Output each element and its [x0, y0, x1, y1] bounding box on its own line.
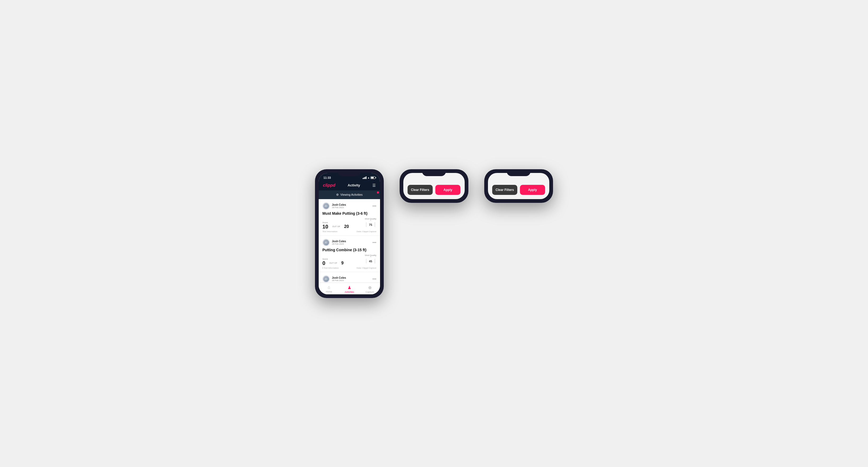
avatar-1: JC: [322, 202, 330, 210]
activities-label: Activities: [345, 291, 354, 293]
home-label: Home: [326, 290, 332, 293]
capture-label: Capture: [366, 291, 374, 293]
sheet-footer-2: Clear Filters Apply: [408, 185, 460, 195]
item-footer-1: Test Information Data: Clippd Capture: [322, 230, 376, 233]
capture-icon: ⊕: [368, 285, 372, 290]
app-logo: clippd: [323, 183, 335, 188]
apply-btn-2[interactable]: Apply: [435, 185, 460, 195]
user-date-3: 28 Feb 2023: [332, 279, 346, 282]
shot-quality-1: Shot Quality 75: [365, 218, 376, 229]
nav-home[interactable]: ⌂ Home: [319, 285, 339, 293]
stats-1: 10 OUT OF 20: [322, 224, 349, 229]
clear-filters-btn-2[interactable]: Clear Filters: [408, 185, 433, 195]
score-value-1: 10: [322, 224, 328, 229]
battery-icon: [371, 176, 375, 179]
data-label-2: Data: Clippd Capture: [356, 267, 376, 269]
info-label-2: ℹ Test Information: [322, 267, 339, 269]
user-row-2: JC Josh Coles 28 Feb 2023 •••: [322, 239, 376, 246]
more-options-3[interactable]: •••: [372, 277, 376, 281]
activity-item-2: JC Josh Coles 28 Feb 2023 ••• Putting Co…: [319, 236, 380, 272]
phone-2: 11:33 ▲ clippd Activity ☰: [400, 169, 468, 203]
user-name-1: Josh Coles: [332, 204, 346, 206]
item-footer-2: ℹ Test Information Data: Clippd Capture: [322, 267, 376, 269]
avatar-3: JC: [322, 275, 330, 283]
user-info-2: JC Josh Coles 28 Feb 2023: [322, 239, 346, 246]
wifi-icon: ▲: [367, 176, 370, 179]
sheet-footer-3: Clear Filters Apply: [492, 185, 545, 195]
user-row-3: JC Josh Coles 28 Feb 2023 •••: [322, 275, 376, 283]
clear-filters-btn-3[interactable]: Clear Filters: [492, 185, 517, 195]
user-date-2: 28 Feb 2023: [332, 243, 346, 245]
shot-quality-hex-2: 45: [366, 257, 375, 266]
status-icons: ▲: [363, 176, 375, 179]
app-header: clippd Activity ☰: [319, 181, 380, 190]
phone-1: 11:33 ▲ clippd Activity ☰: [315, 169, 384, 298]
activities-icon: ♟: [347, 285, 351, 290]
home-icon: ⌂: [328, 285, 330, 290]
notch: [338, 169, 361, 176]
notification-dot: [377, 191, 379, 193]
viewing-activities-bar[interactable]: ⚙ Viewing Activities: [319, 190, 380, 199]
filter-icon: ⚙: [336, 193, 339, 196]
out-of-1: OUT OF: [332, 225, 340, 228]
apply-btn-3[interactable]: Apply: [520, 185, 545, 195]
filter-sheet-3: Filter ✕ Show Rounds Practice Drills Pra…: [488, 173, 549, 199]
phone-3-screen: 11:33 ▲ clippd Activity ☰: [488, 173, 549, 199]
out-of-value-2: 9: [341, 261, 344, 265]
viewing-bar-text: Viewing Activities: [340, 193, 363, 196]
shot-quality-hex-1: 75: [366, 220, 375, 229]
activity-title-2: Putting Combine (3-15 ft): [322, 248, 376, 252]
activity-item-1: JC Josh Coles 28 Feb 2023 ••• Must Make …: [319, 199, 380, 236]
hamburger-icon[interactable]: ☰: [372, 183, 376, 187]
out-of-2: OUT OF: [329, 262, 337, 264]
user-date-1: 28 Feb 2023: [332, 206, 346, 209]
user-info-1: JC Josh Coles 28 Feb 2023: [322, 202, 346, 210]
phone-1-screen: 11:33 ▲ clippd Activity ☰: [319, 173, 380, 294]
scene: 11:33 ▲ clippd Activity ☰: [315, 169, 553, 298]
data-label-1: Data: Clippd Capture: [356, 230, 376, 233]
more-options-2[interactable]: •••: [372, 240, 376, 245]
shot-quality-2: Shot Quality 45: [365, 254, 376, 266]
activity-title-1: Must Make Putting (3-6 ft): [322, 211, 376, 216]
bottom-nav: ⌂ Home ♟ Activities ⊕ Capture: [319, 283, 380, 294]
out-of-value-1: 20: [344, 224, 349, 229]
user-name-3: Josh Coles: [332, 276, 346, 279]
avatar-2: JC: [322, 239, 330, 246]
user-info-3: JC Josh Coles 28 Feb 2023: [322, 275, 346, 283]
score-label-2: Score: [322, 258, 344, 260]
more-options-1[interactable]: •••: [372, 204, 376, 208]
score-value-2: 0: [322, 260, 325, 266]
notch-3: [507, 169, 530, 176]
nav-capture[interactable]: ⊕ Capture: [360, 285, 380, 293]
notch-2: [422, 169, 446, 176]
signal-icon: [363, 176, 367, 179]
phone-2-screen: 11:33 ▲ clippd Activity ☰: [403, 173, 465, 199]
score-label-1: Score: [322, 221, 349, 224]
filter-sheet-2: Filter ✕ Show Rounds Practice Drills Rou…: [403, 173, 465, 199]
user-name-2: Josh Coles: [332, 240, 346, 243]
info-label-1: Test Information: [322, 230, 338, 233]
header-title: Activity: [348, 183, 360, 187]
nav-activities[interactable]: ♟ Activities: [339, 285, 360, 293]
stats-2: 0 OUT OF 9: [322, 260, 344, 266]
phone-3: 11:33 ▲ clippd Activity ☰: [484, 169, 553, 203]
time: 11:33: [323, 176, 331, 179]
user-row-1: JC Josh Coles 28 Feb 2023 •••: [322, 202, 376, 210]
activity-item-3: JC Josh Coles 28 Feb 2023 •••: [319, 272, 380, 283]
